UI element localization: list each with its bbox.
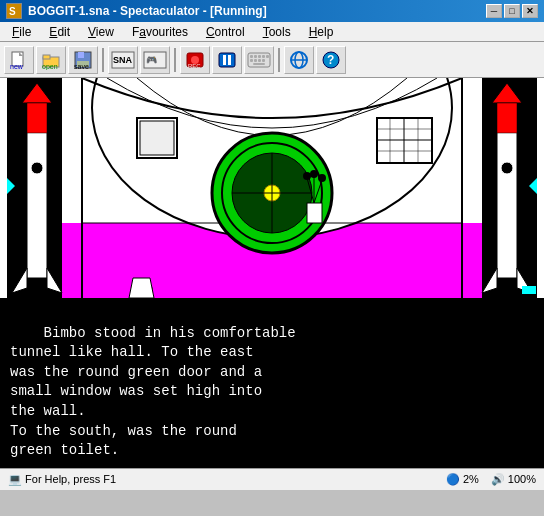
sound-icon: 🔊 xyxy=(491,473,505,485)
svg-rect-23 xyxy=(250,55,253,58)
menu-help[interactable]: Help xyxy=(301,23,342,41)
game-scene xyxy=(0,78,544,298)
svg-text:new: new xyxy=(10,63,24,70)
svg-text:REC: REC xyxy=(188,63,201,69)
sound-label: 100% xyxy=(508,473,536,485)
help-text: For Help, press F1 xyxy=(25,473,116,485)
status-help: 💻 For Help, press F1 xyxy=(8,473,438,486)
svg-point-69 xyxy=(318,174,326,182)
toolbar-save[interactable]: save xyxy=(68,46,98,74)
svg-rect-63 xyxy=(307,203,322,223)
svg-rect-62 xyxy=(140,121,174,155)
svg-rect-21 xyxy=(228,55,231,65)
svg-point-68 xyxy=(310,170,318,178)
close-button[interactable]: ✕ xyxy=(522,4,538,18)
toolbar-sep-2 xyxy=(174,48,176,72)
menu-bar: File Edit View Favourites Control Tools … xyxy=(0,22,544,42)
title-bar-left: S BOGGIT-1.sna - Spectaculator - [Runnin… xyxy=(6,3,267,19)
cpu-status: 🔵 2% xyxy=(446,473,479,486)
svg-rect-30 xyxy=(258,59,261,62)
menu-edit[interactable]: Edit xyxy=(41,23,78,41)
cpu-icon: 🔵 xyxy=(446,473,460,485)
sound-status: 🔊 100% xyxy=(491,473,536,486)
menu-tools[interactable]: Tools xyxy=(255,23,299,41)
svg-text:open: open xyxy=(42,63,58,70)
svg-text:save: save xyxy=(74,63,89,70)
svg-text:SNA: SNA xyxy=(113,55,133,65)
toolbar-keyboard[interactable] xyxy=(244,46,274,74)
maximize-button[interactable]: □ xyxy=(504,4,520,18)
svg-point-76 xyxy=(31,162,43,174)
toolbar-new[interactable]: new xyxy=(4,46,34,74)
toolbar-sep-1 xyxy=(102,48,104,72)
minimize-button[interactable]: ─ xyxy=(486,4,502,18)
svg-rect-28 xyxy=(250,59,253,62)
toolbar-snapshot[interactable]: SNA xyxy=(108,46,138,74)
toolbar-poke[interactable]: 🎮 xyxy=(140,46,170,74)
svg-text:?: ? xyxy=(327,53,334,67)
svg-rect-73 xyxy=(27,103,47,133)
svg-rect-32 xyxy=(253,63,265,65)
status-bar: 💻 For Help, press F1 🔵 2% 🔊 100% xyxy=(0,468,544,490)
svg-rect-6 xyxy=(43,55,50,59)
cpu-label: 2% xyxy=(463,473,479,485)
title-bar-controls: ─ □ ✕ xyxy=(486,4,538,18)
svg-rect-29 xyxy=(254,59,257,62)
toolbar-help[interactable]: ? xyxy=(316,46,346,74)
svg-rect-80 xyxy=(497,103,517,133)
svg-rect-31 xyxy=(262,59,265,62)
game-container: Bimbo stood in his comfortable tunnel li… xyxy=(0,78,544,468)
toolbar-record[interactable]: REC xyxy=(180,46,210,74)
toolbar-open[interactable]: open xyxy=(36,46,66,74)
toolbar: new open save SNA 🎮 xyxy=(0,42,544,78)
svg-point-83 xyxy=(501,162,513,174)
svg-rect-25 xyxy=(258,55,261,58)
svg-rect-24 xyxy=(254,55,257,58)
toolbar-sep-3 xyxy=(278,48,280,72)
menu-control[interactable]: Control xyxy=(198,23,253,41)
menu-favourites[interactable]: Favourites xyxy=(124,23,196,41)
svg-text:S: S xyxy=(9,6,16,17)
svg-rect-9 xyxy=(78,52,84,58)
graphics-area xyxy=(0,78,544,298)
svg-rect-19 xyxy=(219,53,235,67)
game-main-text: Bimbo stood in his comfortable tunnel li… xyxy=(10,325,296,459)
app-icon: S xyxy=(6,3,22,19)
window-title: BOGGIT-1.sna - Spectaculator - [Running] xyxy=(28,4,267,18)
svg-rect-20 xyxy=(223,55,226,65)
toolbar-pause[interactable] xyxy=(212,46,242,74)
menu-view[interactable]: View xyxy=(80,23,122,41)
title-bar: S BOGGIT-1.sna - Spectaculator - [Runnin… xyxy=(0,0,544,22)
menu-file[interactable]: File xyxy=(4,23,39,41)
svg-point-67 xyxy=(303,172,311,180)
status-right: 🔵 2% 🔊 100% xyxy=(446,473,536,486)
help-icon: 💻 xyxy=(8,473,22,485)
svg-rect-27 xyxy=(266,55,269,58)
game-text-area: Bimbo stood in his comfortable tunnel li… xyxy=(0,298,544,468)
svg-rect-26 xyxy=(262,55,265,58)
svg-rect-85 xyxy=(522,286,536,294)
toolbar-internet[interactable] xyxy=(284,46,314,74)
svg-text:🎮: 🎮 xyxy=(146,54,158,66)
